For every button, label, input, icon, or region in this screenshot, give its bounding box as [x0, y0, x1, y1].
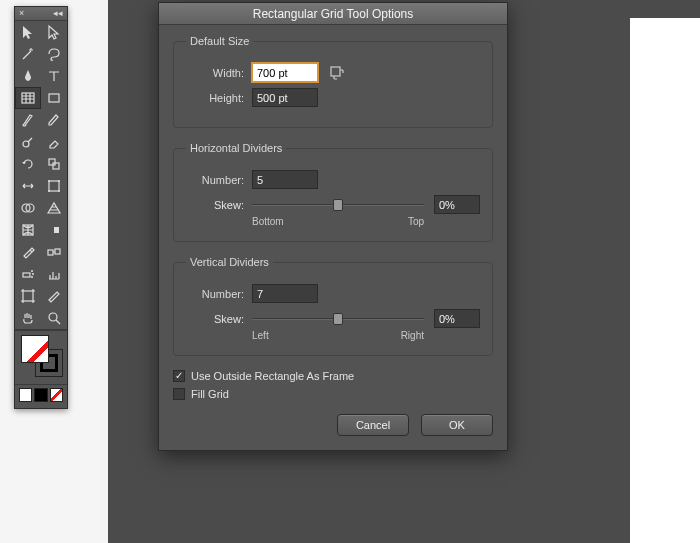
scale-tool-icon[interactable]	[41, 153, 67, 175]
svg-rect-22	[23, 291, 33, 301]
slice-tool-icon[interactable]	[41, 285, 67, 307]
default-size-group: Default Size Width: Height:	[173, 35, 493, 128]
eyedropper-tool-icon[interactable]	[15, 241, 41, 263]
rectangular-grid-tool-icon[interactable]	[15, 87, 41, 109]
h-skew-label: Skew:	[186, 199, 244, 211]
svg-rect-16	[48, 250, 53, 255]
vertical-dividers-legend: Vertical Dividers	[186, 256, 273, 268]
shape-builder-tool-icon[interactable]	[15, 197, 41, 219]
artboard-tool-icon[interactable]	[15, 285, 41, 307]
blob-brush-tool-icon[interactable]	[15, 131, 41, 153]
width-input[interactable]	[252, 63, 318, 82]
horizontal-dividers-group: Horizontal Dividers Number: Skew: Bottom…	[173, 142, 493, 242]
svg-point-9	[48, 190, 50, 192]
eraser-tool-icon[interactable]	[41, 131, 67, 153]
svg-rect-18	[23, 273, 30, 277]
blend-tool-icon[interactable]	[41, 241, 67, 263]
v-skew-label: Skew:	[186, 313, 244, 325]
v-skew-slider[interactable]	[252, 312, 424, 326]
rectangle-tool-icon[interactable]	[41, 87, 67, 109]
svg-point-0	[27, 76, 29, 78]
collapse-icon[interactable]: ◂◂	[53, 9, 63, 18]
svg-rect-4	[49, 159, 55, 165]
h-number-label: Number:	[186, 174, 244, 186]
svg-rect-24	[331, 67, 340, 76]
v-number-input[interactable]	[252, 284, 318, 303]
fill-grid-label: Fill Grid	[191, 388, 229, 400]
h-skew-right-label: Top	[408, 216, 424, 227]
color-mode-none[interactable]	[50, 388, 63, 402]
magic-wand-tool-icon[interactable]	[15, 43, 41, 65]
svg-point-10	[58, 190, 60, 192]
width-tool-icon[interactable]	[15, 175, 41, 197]
fill-grid-checkbox[interactable]	[173, 388, 185, 400]
color-mode-color[interactable]	[19, 388, 32, 402]
svg-point-23	[49, 313, 57, 321]
h-skew-left-label: Bottom	[252, 216, 284, 227]
zoom-tool-icon[interactable]	[41, 307, 67, 329]
free-transform-tool-icon[interactable]	[41, 175, 67, 197]
svg-rect-5	[53, 163, 59, 169]
vertical-dividers-group: Vertical Dividers Number: Skew: Left Rig…	[173, 256, 493, 356]
artboard	[630, 18, 700, 543]
hand-tool-icon[interactable]	[15, 307, 41, 329]
mesh-tool-icon[interactable]	[15, 219, 41, 241]
svg-point-21	[31, 276, 33, 278]
close-icon[interactable]: ×	[19, 9, 24, 18]
pencil-tool-icon[interactable]	[41, 109, 67, 131]
selection-tool-icon[interactable]	[15, 21, 41, 43]
default-size-legend: Default Size	[186, 35, 253, 47]
height-label: Height:	[186, 92, 244, 104]
svg-point-8	[58, 180, 60, 182]
svg-rect-6	[49, 181, 59, 191]
svg-point-20	[32, 273, 34, 275]
svg-rect-2	[49, 94, 59, 102]
color-mode-gradient[interactable]	[34, 388, 47, 402]
tools-panel-header[interactable]: × ◂◂	[15, 7, 67, 21]
svg-point-19	[31, 270, 33, 272]
type-tool-icon[interactable]	[41, 65, 67, 87]
svg-rect-17	[55, 249, 60, 254]
gradient-tool-icon[interactable]	[41, 219, 67, 241]
fill-stroke-swatches[interactable]	[15, 330, 67, 384]
cancel-button[interactable]: Cancel	[337, 414, 409, 436]
svg-rect-1	[22, 93, 34, 103]
horizontal-dividers-legend: Horizontal Dividers	[186, 142, 286, 154]
perspective-grid-tool-icon[interactable]	[41, 197, 67, 219]
symbol-sprayer-tool-icon[interactable]	[15, 263, 41, 285]
fill-swatch[interactable]	[21, 335, 49, 363]
v-number-label: Number:	[186, 288, 244, 300]
svg-point-7	[48, 180, 50, 182]
use-outside-rectangle-label: Use Outside Rectangle As Frame	[191, 370, 354, 382]
dialog-title: Rectangular Grid Tool Options	[253, 7, 414, 21]
v-skew-value[interactable]	[434, 309, 480, 328]
h-skew-slider[interactable]	[252, 198, 424, 212]
ok-button[interactable]: OK	[421, 414, 493, 436]
constrain-proportions-icon[interactable]	[328, 64, 346, 82]
tools-panel: × ◂◂	[14, 6, 68, 409]
height-input[interactable]	[252, 88, 318, 107]
color-mode-toggles	[15, 384, 67, 408]
column-graph-tool-icon[interactable]	[41, 263, 67, 285]
use-outside-rectangle-checkbox[interactable]: ✓	[173, 370, 185, 382]
v-skew-right-label: Right	[401, 330, 424, 341]
rotate-tool-icon[interactable]	[15, 153, 41, 175]
grid-tool-options-dialog: Rectangular Grid Tool Options Default Si…	[158, 2, 508, 451]
dialog-titlebar[interactable]: Rectangular Grid Tool Options	[159, 3, 507, 25]
svg-rect-15	[49, 227, 54, 233]
width-label: Width:	[186, 67, 244, 79]
h-number-input[interactable]	[252, 170, 318, 189]
pen-tool-icon[interactable]	[15, 65, 41, 87]
paintbrush-tool-icon[interactable]	[15, 109, 41, 131]
lasso-tool-icon[interactable]	[41, 43, 67, 65]
h-skew-value[interactable]	[434, 195, 480, 214]
v-skew-left-label: Left	[252, 330, 269, 341]
direct-select-tool-icon[interactable]	[41, 21, 67, 43]
